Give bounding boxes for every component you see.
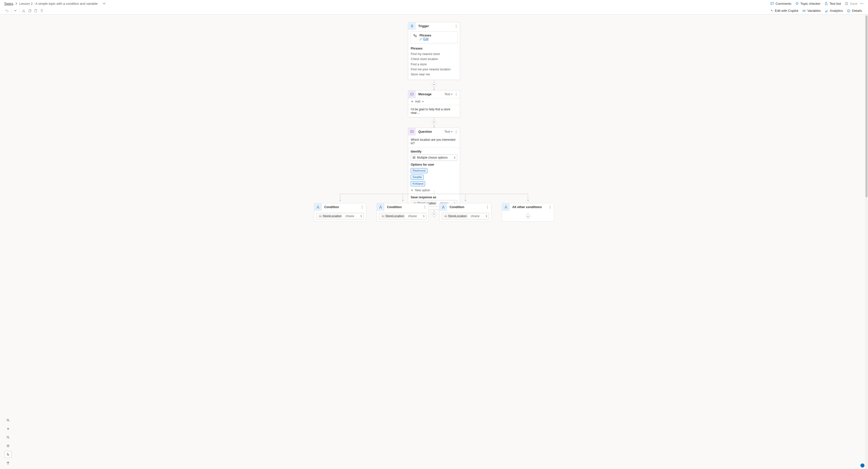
branch-icon — [439, 203, 447, 211]
option-chip[interactable]: Kirkland — [411, 181, 425, 186]
topic-checker-button[interactable]: Topic checker — [793, 1, 822, 6]
add-node-button[interactable]: + — [432, 82, 436, 87]
question-body[interactable]: Which location are you interested in? — [408, 135, 460, 148]
options-label: Options for user — [411, 163, 457, 166]
comment-icon — [770, 2, 774, 5]
svg-point-36 — [362, 208, 362, 208]
details-button[interactable]: Details — [845, 8, 864, 13]
more-menu-button[interactable] — [860, 2, 864, 5]
add-node-button[interactable]: + — [432, 120, 436, 125]
svg-point-22 — [456, 95, 456, 96]
phrase-item: Find a store — [411, 62, 457, 67]
node-more-button[interactable] — [485, 204, 490, 210]
undo-history-button[interactable] — [12, 8, 19, 14]
bot-indicator[interactable] — [861, 464, 865, 468]
svg-point-50 — [506, 208, 507, 208]
breadcrumb-topic-title: Lesson 2 - A simple topic with a conditi… — [19, 2, 98, 5]
select-tool-button[interactable] — [4, 451, 11, 458]
svg-point-25 — [456, 131, 456, 132]
node-more-button[interactable] — [360, 204, 364, 210]
condition-variable-picker[interactable]: StoreLocation choice — [441, 213, 489, 220]
option-chip[interactable]: Seattle — [411, 175, 424, 180]
scrollbar-thumb[interactable] — [866, 15, 868, 197]
branch-connector — [0, 191, 868, 203]
add-node-button[interactable]: + — [526, 214, 530, 219]
node-more-button[interactable] — [454, 23, 458, 29]
condition-node[interactable]: Condition StoreLocation choice — [377, 203, 429, 222]
svg-point-33 — [318, 206, 318, 206]
zoom-toolbar — [4, 417, 11, 467]
vertical-scrollbar[interactable] — [865, 14, 868, 469]
svg-point-43 — [442, 208, 442, 208]
node-title: Condition — [387, 205, 423, 209]
trigger-node[interactable]: Trigger Phrases Edit Phrases Find my nea… — [408, 22, 460, 80]
trash-icon — [40, 9, 43, 12]
edit-with-copilot-button[interactable]: Edit with Copilot — [768, 8, 800, 13]
identify-picker[interactable]: Multiple choice options — [411, 154, 457, 161]
divider — [19, 8, 20, 13]
question-icon: ? — [408, 128, 416, 135]
analytics-button[interactable]: Analytics — [823, 8, 845, 13]
zoom-in-icon — [6, 418, 10, 422]
variant-selector[interactable]: Text — [444, 93, 453, 96]
edit-phrases-link[interactable]: Edit — [420, 37, 429, 41]
delete-button[interactable] — [39, 8, 45, 14]
svg-point-40 — [425, 206, 425, 206]
variables-button[interactable]: Variables — [800, 8, 823, 13]
node-more-button[interactable] — [423, 204, 427, 210]
condition-variable-picker[interactable]: StoreLocation choice — [316, 213, 364, 220]
zoom-out-button[interactable] — [4, 434, 11, 441]
svg-point-21 — [456, 94, 456, 95]
comments-button[interactable]: Comments — [768, 1, 793, 6]
phrases-icon — [413, 34, 417, 38]
svg-rect-6 — [29, 10, 31, 12]
paste-icon — [34, 9, 37, 12]
node-more-button[interactable] — [548, 204, 552, 210]
authoring-canvas[interactable]: Trigger Phrases Edit Phrases Find my nea… — [0, 14, 868, 469]
hand-icon — [6, 461, 10, 465]
chevron-down-icon[interactable] — [103, 2, 106, 4]
pan-tool-button[interactable] — [4, 460, 11, 467]
chevron-down-icon — [422, 101, 424, 102]
phrase-item: Store near me — [411, 72, 457, 77]
svg-point-20 — [456, 93, 456, 93]
add-message-variation-button[interactable]: Add — [408, 98, 460, 105]
variable-icon — [319, 215, 322, 217]
test-bot-button[interactable]: Test bot — [823, 1, 843, 6]
flow-column: Trigger Phrases Edit Phrases Find my nea… — [408, 22, 460, 218]
node-more-button[interactable] — [454, 129, 458, 135]
cut-button[interactable] — [21, 8, 27, 14]
zoom-reset-button[interactable] — [4, 442, 11, 449]
zoom-in-button[interactable] — [4, 417, 11, 424]
message-body[interactable]: I'd be glad to help find a store near… — [408, 105, 460, 117]
paste-button[interactable] — [33, 8, 39, 14]
zoom-fit-button[interactable] — [4, 425, 11, 432]
svg-point-34 — [362, 206, 362, 206]
svg-point-48 — [487, 208, 488, 208]
svg-point-12 — [8, 429, 8, 429]
topic-checker-icon — [795, 2, 799, 5]
condition-node[interactable]: Condition StoreLocation choice — [314, 203, 366, 222]
svg-rect-30 — [414, 158, 415, 159]
breadcrumb-root-link[interactable]: Topics — [4, 2, 13, 5]
cut-icon — [22, 9, 25, 12]
option-chip[interactable]: Redmond — [411, 168, 428, 173]
node-more-button[interactable] — [454, 91, 458, 97]
chevron-right-icon — [454, 156, 456, 159]
svg-point-45 — [443, 206, 443, 206]
copy-button[interactable] — [27, 8, 33, 14]
variant-selector[interactable]: Text — [444, 130, 453, 133]
node-title: Question — [418, 130, 444, 133]
condition-node[interactable]: Condition StoreLocation choice — [439, 203, 491, 222]
condition-variable-picker[interactable]: StoreLocation choice — [379, 213, 427, 220]
message-node[interactable]: Message Text Add I'd be glad to help fin… — [408, 90, 460, 118]
undo-button[interactable] — [4, 8, 10, 14]
fit-icon — [6, 427, 10, 431]
phrases-label: Phrases — [420, 34, 432, 37]
trigger-phrases-box[interactable]: Phrases Edit — [410, 31, 458, 43]
variable-icon — [802, 9, 806, 12]
all-other-conditions-node[interactable]: All other conditions + — [502, 203, 554, 222]
node-title: All other conditions — [512, 205, 548, 209]
phrase-item: Find my nearest store — [411, 52, 457, 57]
variable-chip: StoreLocation — [443, 214, 468, 218]
